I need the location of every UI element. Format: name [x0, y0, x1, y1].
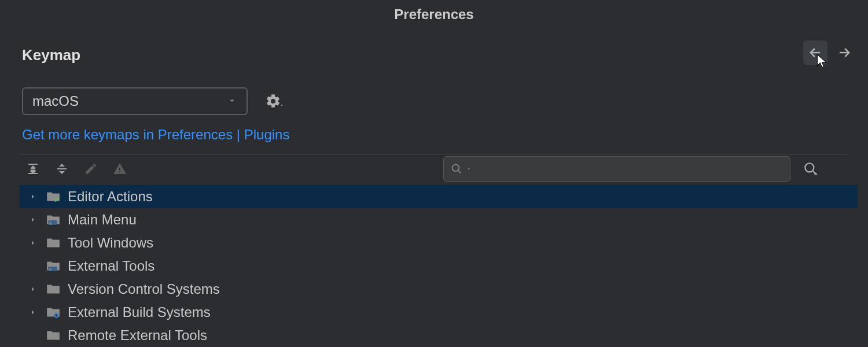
tree-row-label: Main Menu — [68, 212, 137, 228]
expand-all-button[interactable] — [26, 160, 40, 178]
tree-row-label: Editor Actions — [68, 189, 153, 205]
folder-menu-icon — [46, 259, 61, 274]
keymap-dropdown-value: macOS — [32, 93, 79, 109]
keymap-settings-button[interactable] — [265, 93, 285, 109]
folder-edit-icon — [46, 189, 61, 204]
chevron-down-icon — [227, 93, 237, 109]
svg-rect-4 — [50, 222, 52, 222]
dialog-header: Preferences — [0, 0, 868, 29]
tree-row-label: Remote External Tools — [68, 327, 207, 344]
chevron-right-icon[interactable] — [27, 308, 39, 316]
folder-gear-icon — [46, 305, 61, 320]
tree-row[interactable]: Editor Actions — [19, 185, 858, 208]
chevron-right-icon[interactable] — [27, 239, 39, 247]
svg-rect-5 — [50, 223, 52, 223]
svg-point-2 — [805, 163, 814, 172]
dialog-title: Preferences — [394, 6, 473, 23]
chevron-down-icon — [466, 166, 472, 172]
expand-all-icon — [26, 162, 40, 176]
tree-row-label: Tool Windows — [68, 235, 153, 251]
tree-row[interactable]: Main Menu — [19, 208, 858, 231]
svg-rect-6 — [50, 224, 52, 225]
tree-row-label: External Build Systems — [68, 304, 211, 320]
collapse-all-icon — [55, 162, 69, 176]
keymap-link-row: Get more keymaps in Preferences | Plugin… — [0, 115, 868, 143]
chevron-right-icon[interactable] — [27, 285, 39, 293]
forward-button[interactable] — [832, 40, 856, 65]
svg-point-1 — [453, 165, 459, 172]
warning-button[interactable] — [113, 160, 127, 178]
svg-point-12 — [56, 315, 57, 316]
collapse-all-button[interactable] — [55, 160, 69, 178]
search-input[interactable] — [443, 156, 790, 182]
actions-tree[interactable]: Editor ActionsMain MenuTool WindowsExter… — [19, 185, 858, 347]
edit-shortcut-button[interactable] — [84, 160, 98, 178]
pencil-icon — [84, 162, 98, 176]
keymap-toolbar — [0, 155, 868, 183]
page-title: Keymap — [0, 29, 868, 64]
keymap-selector-row: macOS — [0, 64, 868, 115]
tree-row-label: External Tools — [68, 258, 155, 274]
tree-row[interactable]: Remote External Tools — [19, 324, 858, 347]
chevron-right-icon[interactable] — [27, 193, 39, 201]
nav-arrows — [803, 40, 856, 65]
folder-icon — [46, 282, 61, 297]
svg-rect-0 — [28, 164, 38, 165]
tree-row[interactable]: External Build Systems — [19, 301, 858, 324]
back-button[interactable] — [803, 40, 827, 65]
arrow-left-icon — [807, 45, 823, 61]
svg-rect-3 — [48, 220, 57, 225]
folder-icon — [46, 328, 61, 343]
find-shortcut-icon — [803, 161, 818, 176]
arrow-right-icon — [836, 45, 852, 61]
keymap-dropdown[interactable]: macOS — [22, 87, 248, 115]
tree-row[interactable]: Version Control Systems — [19, 278, 858, 301]
tree-row[interactable]: External Tools — [19, 254, 858, 278]
warning-icon — [113, 162, 127, 176]
tree-row[interactable]: Tool Windows — [19, 231, 858, 254]
svg-rect-10 — [50, 271, 52, 271]
chevron-right-icon[interactable] — [27, 216, 39, 224]
svg-rect-9 — [50, 269, 52, 270]
find-by-shortcut-button[interactable] — [803, 161, 818, 176]
svg-rect-7 — [48, 267, 57, 271]
folder-icon — [46, 235, 61, 250]
svg-rect-8 — [50, 268, 52, 268]
tree-row-label: Version Control Systems — [68, 281, 220, 297]
search-icon — [451, 163, 462, 175]
folder-menu-icon — [46, 212, 61, 227]
get-more-keymaps-link[interactable]: Get more keymaps in Preferences | Plugin… — [22, 127, 289, 142]
